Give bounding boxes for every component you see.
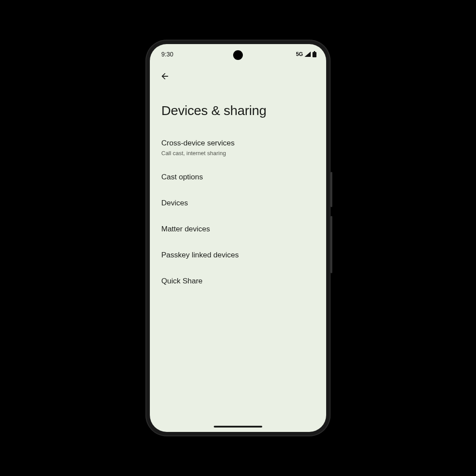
item-quick-share[interactable]: Quick Share [150, 268, 326, 294]
item-matter-devices[interactable]: Matter devices [150, 216, 326, 242]
gesture-bar[interactable] [214, 426, 262, 428]
item-title: Devices [161, 198, 315, 208]
camera-hole [233, 50, 243, 60]
network-label: 5G [296, 51, 303, 57]
settings-list: Cross-device services Call cast, interne… [150, 130, 326, 421]
svg-rect-1 [312, 52, 316, 57]
status-time: 9:30 [161, 51, 173, 58]
app-bar [150, 64, 326, 88]
header-block: Devices & sharing [150, 88, 326, 130]
item-title: Passkey linked devices [161, 250, 315, 260]
battery-icon [312, 51, 316, 57]
back-button[interactable] [156, 67, 174, 85]
item-subtitle: Call cast, internet sharing [161, 150, 315, 156]
item-devices[interactable]: Devices [150, 190, 326, 216]
item-title: Quick Share [161, 276, 315, 286]
screen: 9:30 5G Devices & sharing [150, 44, 326, 432]
volume-button [331, 172, 332, 207]
arrow-back-icon [160, 71, 170, 81]
svg-rect-0 [314, 51, 315, 52]
status-right: 5G [296, 51, 316, 57]
signal-icon [305, 52, 311, 57]
item-title: Cross-device services [161, 138, 315, 149]
item-cross-device-services[interactable]: Cross-device services Call cast, interne… [150, 130, 326, 164]
power-button [331, 216, 332, 273]
phone-frame: 9:30 5G Devices & sharing [145, 40, 331, 436]
page-title: Devices & sharing [161, 103, 315, 118]
item-passkey-linked-devices[interactable]: Passkey linked devices [150, 242, 326, 268]
gesture-bar-area [150, 421, 326, 432]
item-title: Matter devices [161, 224, 315, 234]
item-title: Cast options [161, 172, 315, 182]
item-cast-options[interactable]: Cast options [150, 164, 326, 190]
